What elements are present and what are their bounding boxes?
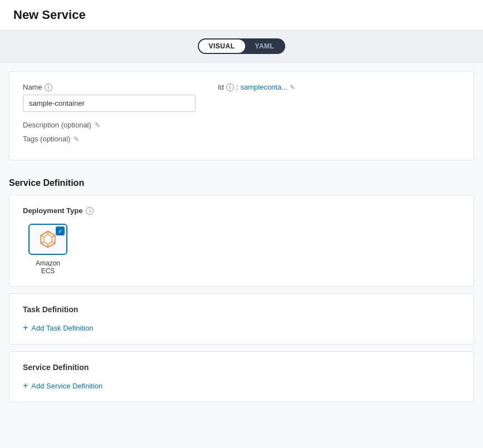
deployment-amazon-ecs[interactable]: ✓ AmazonECS bbox=[23, 224, 73, 275]
description-edit-icon[interactable]: ✎ bbox=[95, 121, 100, 129]
ecs-label: AmazonECS bbox=[36, 259, 60, 275]
service-definition-card: Service Definition + Add Service Definit… bbox=[9, 351, 474, 402]
add-service-plus-icon: + bbox=[23, 381, 28, 391]
tags-row: Tags (optional) ✎ bbox=[23, 135, 460, 143]
description-row: Description (optional) ✎ bbox=[23, 121, 460, 129]
toolbar: VISUAL YAML bbox=[0, 31, 483, 62]
name-group: Name i bbox=[23, 83, 196, 112]
page-header: New Service bbox=[0, 0, 483, 31]
ecs-svg-icon bbox=[38, 229, 58, 249]
add-service-definition-link[interactable]: + Add Service Definition bbox=[23, 381, 460, 391]
deployment-options: ✓ AmazonECS bbox=[23, 224, 460, 275]
name-input[interactable] bbox=[23, 95, 196, 112]
task-definition-card: Task Definition + Add Task Definition bbox=[9, 293, 474, 344]
deployment-type-card: Deployment Type i ✓ bbox=[9, 195, 474, 287]
service-definition-heading: Service Definition bbox=[0, 169, 483, 188]
id-separator: : bbox=[236, 83, 238, 91]
visual-tab[interactable]: VISUAL bbox=[199, 40, 245, 53]
tags-edit-icon[interactable]: ✎ bbox=[74, 135, 79, 143]
name-info-icon[interactable]: i bbox=[45, 83, 52, 91]
main-content: Name i Id i : sampleconta... ✎ Descripti… bbox=[0, 71, 483, 402]
service-definition-bottom-heading: Service Definition bbox=[23, 363, 460, 372]
page-title: New Service bbox=[13, 8, 470, 22]
id-row: Id i : sampleconta... ✎ bbox=[218, 83, 295, 91]
add-task-plus-icon: + bbox=[23, 323, 28, 333]
id-info-icon[interactable]: i bbox=[226, 83, 234, 91]
id-value: sampleconta... bbox=[240, 83, 287, 91]
deployment-info-icon[interactable]: i bbox=[86, 207, 94, 215]
deployment-type-label: Deployment Type i bbox=[23, 206, 460, 215]
check-badge: ✓ bbox=[56, 227, 65, 235]
name-label: Name i bbox=[23, 83, 196, 91]
name-id-card: Name i Id i : sampleconta... ✎ Descripti… bbox=[9, 71, 474, 160]
add-task-definition-link[interactable]: + Add Task Definition bbox=[23, 323, 460, 333]
id-edit-icon[interactable]: ✎ bbox=[290, 83, 295, 91]
ecs-icon-box: ✓ bbox=[28, 224, 67, 255]
svg-marker-1 bbox=[44, 234, 52, 244]
yaml-tab[interactable]: YAML bbox=[245, 40, 285, 53]
task-definition-heading: Task Definition bbox=[23, 305, 460, 314]
view-toggle[interactable]: VISUAL YAML bbox=[198, 38, 286, 54]
